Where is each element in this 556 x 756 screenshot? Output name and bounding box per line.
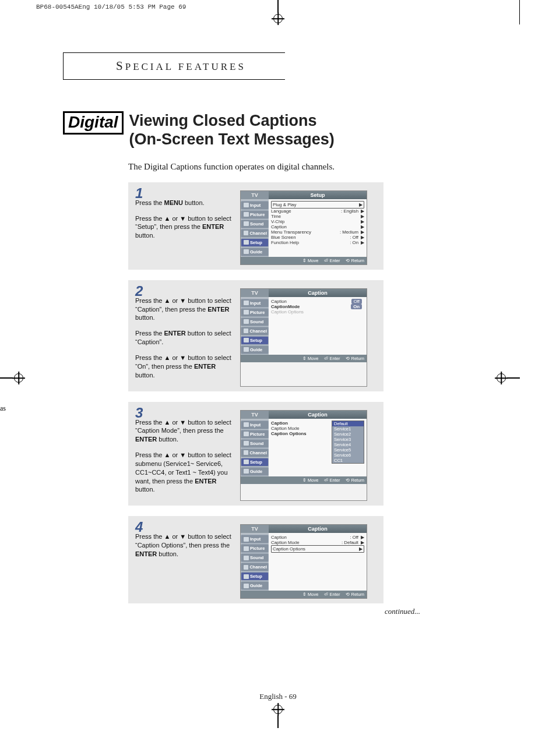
- osd-row: Time▶: [271, 214, 364, 219]
- osd-main: Caption: Off▶Caption Mode: Default▶Capti…: [269, 533, 367, 591]
- osd-row: Function Help: On▶: [271, 240, 364, 245]
- step-block-1: 1 Press the MENU button.Press the ▲ or ▼…: [128, 182, 383, 270]
- main-title: Viewing Closed Captions (On-Screen Text …: [129, 111, 335, 149]
- step-number: 4: [135, 522, 233, 532]
- osd-main: Plug & Play▶Language: English▶Time▶V-Chi…: [269, 199, 367, 257]
- osd-row: Caption Options: [271, 309, 364, 315]
- step-text: 3 Press the ▲ or ▼ button to select “Cap…: [135, 408, 233, 501]
- osd-screenshot: TV Setup InputPictureSoundChannelSetupGu…: [240, 190, 367, 265]
- osd-row: Caption▶: [271, 224, 364, 229]
- osd-row: V-Chip▶: [271, 219, 364, 224]
- crop-mark-bottom: [273, 705, 283, 728]
- osd-side-guide: Guide: [241, 581, 269, 590]
- osd-sidebar: InputPictureSoundChannelSetupGuide: [241, 419, 269, 476]
- osd-screenshot: TV Caption InputPictureSoundChannelSetup…: [240, 288, 367, 387]
- continued-text: continued...: [385, 607, 420, 616]
- osd-footer: ⇕ Move⏎ Enter⟲ Return: [241, 355, 367, 362]
- step-block-3: 3 Press the ▲ or ▼ button to select “Cap…: [128, 402, 383, 506]
- step-text: 4 Press the ▲ or ▼ button to select “Cap…: [135, 522, 233, 599]
- section-title: SPECIAL FEATURES: [63, 52, 285, 80]
- osd-side-channel: Channel: [241, 229, 269, 238]
- osd-screenshot: TV Caption InputPictureSoundChannelSetup…: [240, 410, 367, 501]
- osd-title: Caption: [269, 525, 367, 533]
- osd-row: CaptionModeOn: [271, 304, 364, 309]
- osd-side-picture: Picture: [241, 308, 269, 317]
- page-number: English - 69: [259, 692, 297, 701]
- crop-mark-left: [0, 373, 23, 383]
- osd-row: Menu Transparency: Medium▶: [271, 229, 364, 235]
- osd-tv-label: TV: [241, 191, 269, 199]
- osd-side-setup: Setup: [241, 572, 269, 581]
- digital-tag: Digital: [63, 111, 124, 135]
- step-number: 2: [135, 286, 233, 296]
- osd-side-channel: Channel: [241, 448, 269, 457]
- step-number: 3: [135, 408, 233, 418]
- osd-title: Setup: [269, 191, 367, 199]
- crop-mark-top: [273, 0, 283, 23]
- osd-row: CaptionOff: [271, 299, 364, 304]
- osd-row: Blue Screen: Off▶: [271, 235, 364, 240]
- osd-side-input: Input: [241, 535, 269, 543]
- osd-tv-label: TV: [241, 289, 269, 297]
- title-row: Digital Viewing Closed Captions (On-Scre…: [63, 111, 431, 149]
- step-block-4: 4 Press the ▲ or ▼ button to select “Cap…: [128, 516, 383, 603]
- crop-mark: [519, 0, 520, 24]
- osd-side-guide: Guide: [241, 467, 269, 476]
- step-text: 1 Press the MENU button.Press the ▲ or ▼…: [135, 188, 233, 265]
- osd-side-channel: Channel: [241, 563, 269, 571]
- osd-row: Language: English▶: [271, 209, 364, 214]
- osd-side-picture: Picture: [241, 544, 269, 553]
- osd-side-input: Input: [241, 421, 269, 429]
- page-content: SPECIAL FEATURES Digital Viewing Closed …: [63, 52, 431, 603]
- osd-side-guide: Guide: [241, 345, 269, 354]
- osd-side-input: Input: [241, 299, 269, 308]
- osd-side-setup: Setup: [241, 336, 269, 345]
- stray-text: as: [0, 404, 6, 413]
- osd-side-picture: Picture: [241, 210, 269, 219]
- osd-title: Caption: [269, 289, 367, 297]
- osd-dropdown: DefaultService1Service2Service3Service4S…: [332, 421, 364, 464]
- osd-side-sound: Sound: [241, 439, 269, 448]
- osd-sidebar: InputPictureSoundChannelSetupGuide: [241, 533, 269, 591]
- osd-side-setup: Setup: [241, 238, 269, 247]
- osd-side-setup: Setup: [241, 458, 269, 467]
- osd-row: Plug & Play▶: [271, 201, 364, 209]
- osd-tv-label: TV: [241, 525, 269, 533]
- osd-row: Caption Mode: Default▶: [271, 540, 364, 545]
- osd-side-sound: Sound: [241, 317, 269, 326]
- osd-sidebar: InputPictureSoundChannelSetupGuide: [241, 199, 269, 257]
- osd-footer: ⇕ Move⏎ Enter⟲ Return: [241, 476, 367, 484]
- osd-row: Caption Options▶: [271, 545, 364, 553]
- lead-text: The Digital Captions function operates o…: [128, 162, 431, 172]
- osd-side-input: Input: [241, 201, 269, 210]
- osd-main: Caption:Caption Mode:Caption OptionsDefa…: [269, 419, 367, 476]
- osd-main: CaptionOffCaptionModeOnCaption Options: [269, 297, 367, 355]
- print-header: BP68-00545AEng 10/18/05 5:53 PM Page 69: [36, 3, 186, 10]
- osd-side-guide: Guide: [241, 248, 269, 256]
- osd-side-picture: Picture: [241, 430, 269, 439]
- osd-side-channel: Channel: [241, 327, 269, 335]
- osd-side-sound: Sound: [241, 220, 269, 228]
- osd-footer: ⇕ Move⏎ Enter⟲ Return: [241, 257, 367, 264]
- osd-row: Caption: Off▶: [271, 535, 364, 540]
- osd-screenshot: TV Caption InputPictureSoundChannelSetup…: [240, 524, 367, 599]
- osd-title: Caption: [269, 411, 367, 419]
- step-block-2: 2 Press the ▲ or ▼ button to select “Cap…: [128, 280, 383, 391]
- osd-footer: ⇕ Move⏎ Enter⟲ Return: [241, 591, 367, 598]
- osd-side-sound: Sound: [241, 553, 269, 562]
- step-number: 1: [135, 188, 233, 199]
- osd-tv-label: TV: [241, 411, 269, 419]
- osd-sidebar: InputPictureSoundChannelSetupGuide: [241, 297, 269, 355]
- step-text: 2 Press the ▲ or ▼ button to select “Cap…: [135, 286, 233, 387]
- crop-mark-right: [497, 373, 520, 383]
